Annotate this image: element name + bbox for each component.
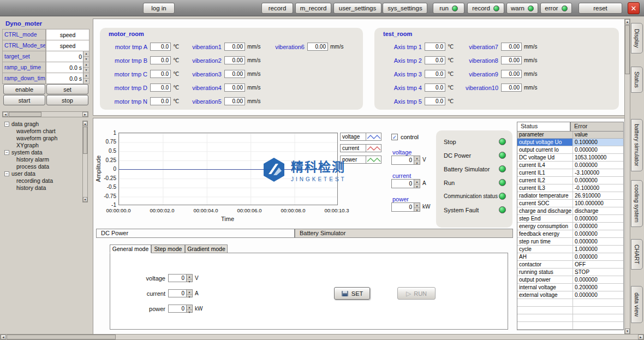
spin-up-icon[interactable]: ▲ [187, 290, 192, 295]
run-indicator-button[interactable]: run [433, 3, 464, 14]
scroll-up-icon[interactable]: ▲ [625, 19, 630, 25]
table-row[interactable]: DC voltage Ud1053.100000 [517, 154, 623, 162]
set-button[interactable]: SET [334, 287, 370, 300]
current-set-input[interactable]: 0 [391, 179, 414, 188]
table-row[interactable]: output current Io0.000000 [517, 146, 623, 154]
scroll-thumb[interactable] [83, 127, 87, 154]
table-row[interactable]: contactorOFF [517, 261, 623, 269]
table-row[interactable]: AH0.000000 [517, 253, 623, 261]
side-tab-cooling-system[interactable]: cooling system [631, 180, 643, 227]
table-row-empty[interactable] [517, 314, 623, 322]
stop-button[interactable]: stop [46, 95, 88, 105]
side-tab-data-view[interactable]: data view [631, 286, 643, 323]
spin-up-icon[interactable]: ▲ [414, 180, 420, 184]
table-row-empty[interactable] [517, 322, 623, 330]
ramp-down-time-spinner[interactable]: ▲▼ [83, 73, 89, 83]
ctrl-mode-set-value[interactable]: speed [46, 40, 90, 51]
spin-down-icon[interactable]: ▼ [187, 295, 192, 299]
scroll-left-icon[interactable]: ◄ [1, 335, 6, 339]
main-vscrollbar[interactable]: ▲ ▼ [624, 19, 630, 335]
tree-item-system-data[interactable]: −system data [1, 149, 82, 156]
ramp-up-time-spinner[interactable]: ▲▼ [83, 62, 89, 73]
dc-current-input[interactable]: 0 [168, 289, 187, 297]
dyno-panel-hscrollbar[interactable]: ◄ ► [2, 111, 88, 117]
table-row[interactable]: current IL20.000000 [517, 177, 623, 184]
dc-power-input[interactable]: 0 [168, 305, 187, 313]
tree-vscrollbar[interactable]: ▲ ▼ [82, 121, 88, 202]
spin-down-icon[interactable]: ▼ [414, 184, 420, 189]
target-set-spinner[interactable]: ▲▼ [83, 51, 89, 62]
spin-up-icon[interactable]: ▲ [414, 203, 420, 208]
tree-item-waveform-graph[interactable]: waveform graph [1, 135, 82, 142]
warn-indicator-button[interactable]: warn [506, 3, 538, 14]
table-row[interactable]: step run time0.000000 [517, 238, 623, 246]
table-row[interactable]: current SOC100.000000 [517, 200, 623, 207]
spin-up-icon[interactable]: ▲ [84, 73, 89, 79]
ramp-down-time-input[interactable]: 0.0 s▲▼ [46, 73, 90, 84]
tab-general-mode[interactable]: General mode [110, 244, 151, 253]
user-settings-button[interactable]: user_settings [333, 3, 381, 14]
enable-button[interactable]: enable [3, 84, 45, 94]
table-row[interactable]: radiator temperature26.910000 [517, 192, 623, 200]
scroll-right-icon[interactable]: ► [638, 335, 643, 339]
spin-down-icon[interactable]: ▼ [84, 79, 89, 83]
collapse-icon[interactable]: − [4, 150, 9, 155]
side-tab-display[interactable]: Display [631, 23, 643, 53]
scroll-up-icon[interactable]: ▲ [83, 121, 87, 126]
close-button[interactable]: ✕ [628, 2, 640, 14]
table-row-empty[interactable] [517, 299, 623, 307]
side-tab-chart[interactable]: CHART [631, 239, 643, 270]
tree-item-history-alarm[interactable]: history alarm [1, 156, 82, 163]
tree-item-process-data[interactable]: process data [1, 163, 82, 170]
login-button[interactable]: log in [143, 3, 175, 14]
ctrl-mode-value[interactable]: speed [46, 29, 90, 40]
table-row[interactable]: current IL3-0.100000 [517, 184, 623, 192]
scroll-thumb[interactable] [9, 112, 41, 117]
scroll-thumb[interactable] [625, 25, 630, 74]
spin-down-icon[interactable]: ▼ [414, 208, 420, 212]
dc-power-spinner[interactable]: ▲▼ [187, 305, 193, 313]
side-tab-status[interactable]: Status [631, 67, 643, 93]
side-tab-battery-simulator[interactable]: battery simulator [631, 119, 643, 171]
tree-item-user-data[interactable]: −user data [1, 170, 82, 177]
record-button[interactable]: record [261, 3, 293, 14]
m-record-button[interactable]: m_record [295, 3, 331, 14]
tab-step-mode[interactable]: Step mode [151, 244, 185, 253]
ramp-up-time-input[interactable]: 0.0 s▲▼ [46, 62, 90, 73]
tab-gradient-mode[interactable]: Gradient mode [185, 244, 228, 253]
spin-up-icon[interactable]: ▲ [187, 305, 192, 310]
spin-down-icon[interactable]: ▼ [414, 161, 420, 165]
sys-settings-button[interactable]: sys_settings [383, 3, 427, 14]
run-button[interactable]: ▷ RUN [397, 287, 436, 300]
tab-error[interactable]: Error [570, 122, 624, 131]
spin-down-icon[interactable]: ▼ [84, 57, 89, 62]
voltage-spinner[interactable]: ▲▼ [414, 156, 420, 165]
tab-dc-power[interactable]: DC Power [96, 229, 295, 238]
dc-voltage-input[interactable]: 0 [168, 274, 187, 282]
table-row-empty[interactable] [517, 307, 623, 314]
tree-item-waveform-chart[interactable]: waveform chart [1, 128, 82, 135]
tab-battery-simulator[interactable]: Battery Simulator [295, 229, 513, 238]
tree-item-history-data[interactable]: history data [1, 184, 82, 192]
spin-up-icon[interactable]: ▲ [84, 51, 89, 57]
error-indicator-button[interactable]: error [540, 3, 572, 14]
spin-down-icon[interactable]: ▼ [187, 310, 192, 314]
table-row[interactable]: charge and dischargedischarge [517, 207, 623, 215]
table-row[interactable]: running statusSTOP [517, 269, 623, 276]
voltage-set-input[interactable]: 0 [391, 156, 414, 165]
dc-current-spinner[interactable]: ▲▼ [187, 289, 193, 297]
table-row[interactable]: current IL1-3.100000 [517, 169, 623, 177]
spin-up-icon[interactable]: ▲ [84, 62, 89, 68]
power-spinner[interactable]: ▲▼ [414, 202, 420, 212]
tab-status[interactable]: Status [517, 122, 570, 131]
spin-up-icon[interactable]: ▲ [414, 156, 420, 161]
legend-current[interactable]: current [340, 144, 381, 152]
scroll-down-icon[interactable]: ▼ [625, 329, 630, 334]
table-row[interactable]: external voltage0.000000 [517, 291, 623, 299]
table-row[interactable]: internal voltage0.200000 [517, 284, 623, 291]
dc-voltage-spinner[interactable]: ▲▼ [187, 274, 193, 282]
tree-item-data-graph[interactable]: −data gragh [1, 121, 82, 128]
control-checkbox[interactable]: ✓control [391, 134, 437, 140]
collapse-icon[interactable]: − [4, 171, 9, 176]
collapse-icon[interactable]: − [4, 122, 9, 127]
